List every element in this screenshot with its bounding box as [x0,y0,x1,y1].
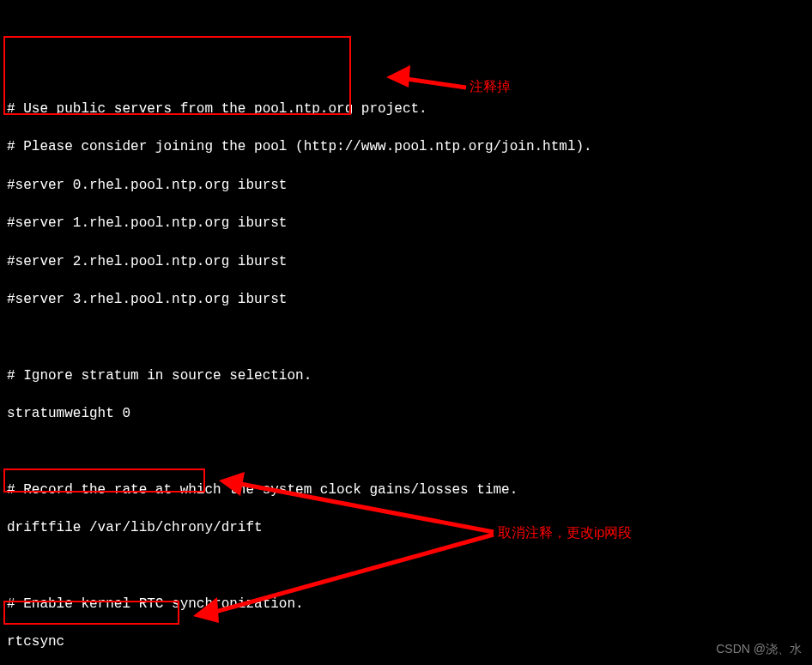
config-line: #server 3.rhel.pool.ntp.org iburst [7,290,805,309]
config-line: #server 2.rhel.pool.ntp.org iburst [7,252,805,271]
watermark-text: CSDN @浇、水 [716,641,802,658]
config-line: #server 0.rhel.pool.ntp.org iburst [7,176,805,195]
config-line: # Record the rate at which the system cl… [7,481,805,499]
config-line: # Ignore stratum in source selection. [7,366,805,385]
config-line: # Enable kernel RTC synchronization. [7,595,805,614]
config-line: driftfile /var/lib/chrony/drift [7,518,805,537]
config-line: rtcsync [7,632,805,651]
terminal-output[interactable]: # Use public servers from the pool.ntp.o… [7,81,805,665]
config-line [7,442,805,461]
config-line [7,557,805,576]
config-line: # Use public servers from the pool.ntp.o… [7,100,805,118]
config-line [7,328,805,347]
annotation-uncomment-ip: 取消注释，更改ip网段 [498,523,632,542]
config-line: # Please consider joining the pool (http… [7,137,805,156]
annotation-comment-out: 注释掉 [470,77,511,96]
config-line: stratumweight 0 [7,404,805,423]
config-line: #server 1.rhel.pool.ntp.org iburst [7,214,805,233]
